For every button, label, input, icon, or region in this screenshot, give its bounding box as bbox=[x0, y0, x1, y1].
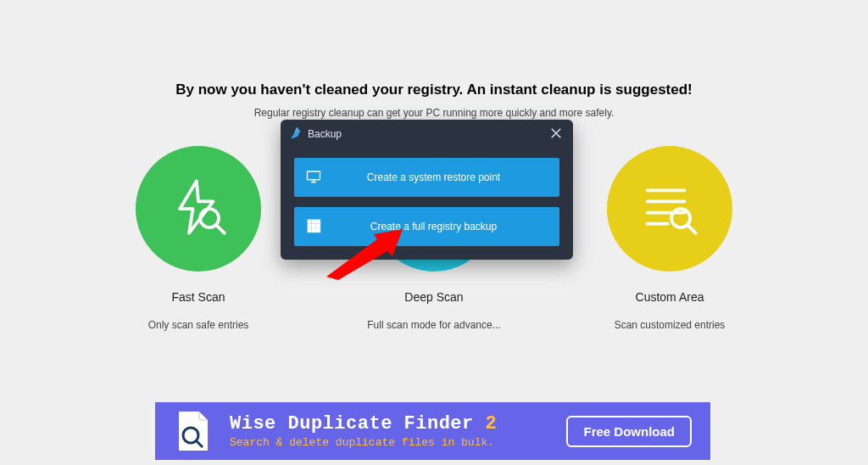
promo-banner: Wise Duplicate Finder 2 Search & delete … bbox=[155, 402, 710, 460]
svg-rect-18 bbox=[313, 220, 316, 223]
file-search-icon bbox=[174, 410, 211, 452]
close-icon bbox=[550, 127, 562, 142]
headline: By now you haven't cleaned your registry… bbox=[0, 0, 868, 98]
svg-line-2 bbox=[216, 225, 225, 233]
broom-icon bbox=[289, 126, 303, 143]
banner-title: Wise Duplicate Finder 2 bbox=[230, 413, 566, 434]
deep-scan-title: Deep Scan bbox=[404, 290, 463, 304]
svg-rect-21 bbox=[313, 224, 316, 227]
svg-marker-0 bbox=[180, 181, 213, 232]
dialog-title: Backup bbox=[308, 128, 342, 140]
fast-scan-option: Fast Scan Only scan safe entries bbox=[114, 146, 283, 331]
custom-scan-button[interactable] bbox=[607, 146, 732, 272]
subheadline: Regular registry cleanup can get your PC… bbox=[0, 107, 868, 119]
full-backup-label: Create a full registry backup bbox=[333, 221, 559, 232]
create-restore-point-button[interactable]: Create a system restore point bbox=[294, 158, 559, 197]
monitor-icon bbox=[306, 169, 321, 187]
lightning-search-icon bbox=[169, 177, 228, 240]
grid-icon bbox=[306, 218, 321, 236]
svg-rect-25 bbox=[317, 228, 320, 232]
svg-rect-22 bbox=[317, 224, 320, 227]
list-search-icon bbox=[640, 177, 699, 240]
svg-line-10 bbox=[687, 225, 696, 233]
dialog-titlebar: Backup bbox=[281, 120, 573, 148]
close-button[interactable] bbox=[548, 126, 565, 143]
backup-dialog: Backup Create a system restore point bbox=[281, 120, 573, 260]
svg-rect-24 bbox=[313, 228, 316, 232]
svg-rect-17 bbox=[308, 220, 311, 223]
custom-scan-title: Custom Area bbox=[636, 290, 704, 304]
banner-sub: Search & delete duplicate files in bulk. bbox=[230, 436, 566, 449]
fast-scan-title: Fast Scan bbox=[171, 290, 225, 304]
svg-rect-19 bbox=[317, 220, 320, 223]
deep-scan-desc: Full scan mode for advance... bbox=[367, 319, 500, 331]
fast-scan-button[interactable] bbox=[136, 146, 261, 272]
fast-scan-desc: Only scan safe entries bbox=[148, 319, 249, 331]
svg-rect-20 bbox=[308, 224, 311, 227]
custom-scan-option: Custom Area Scan customized entries bbox=[585, 146, 754, 331]
svg-rect-23 bbox=[308, 228, 311, 232]
create-full-backup-button[interactable]: Create a full registry backup bbox=[294, 207, 559, 246]
custom-scan-desc: Scan customized entries bbox=[615, 319, 726, 331]
svg-rect-14 bbox=[308, 171, 320, 180]
free-download-button[interactable]: Free Download bbox=[566, 416, 692, 447]
restore-point-label: Create a system restore point bbox=[333, 171, 559, 183]
